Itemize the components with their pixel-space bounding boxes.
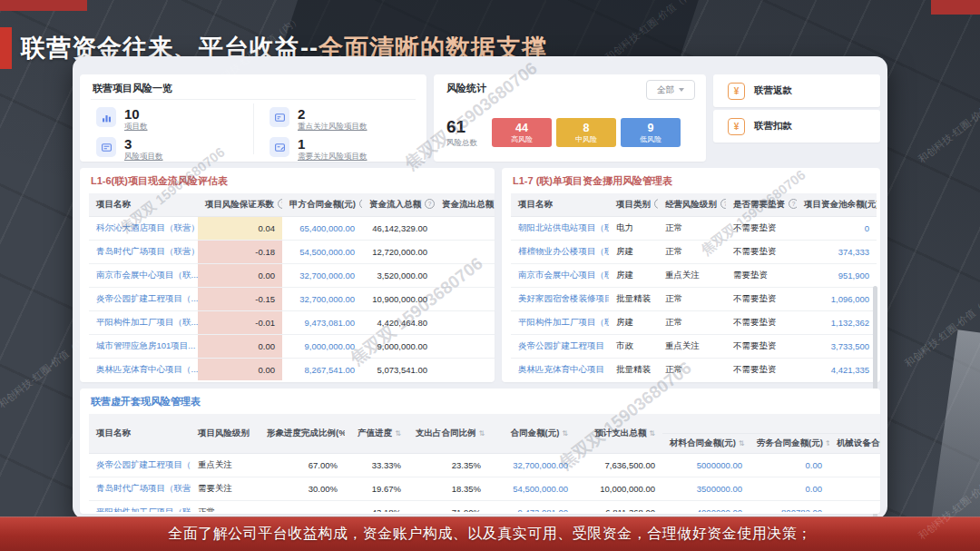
col-inflow-total[interactable]: 资金流入总额?⇅	[362, 193, 435, 217]
cell-name[interactable]: 城市管理应急房101项目...	[89, 335, 198, 359]
col-fund-pool-balance[interactable]: 项目资金池余额(元)(元)?	[797, 193, 877, 217]
cell-material[interactable]: 3500000.00	[662, 477, 750, 501]
cell-contract[interactable]: 9,000,000.00	[282, 335, 362, 359]
stat-label-link[interactable]: 需要关注风险项目数	[298, 153, 368, 162]
cell-contract[interactable]: 9,473,081.00	[282, 311, 362, 335]
cell-name[interactable]: 奥林匹克体育中心项目（...	[89, 359, 198, 381]
footer-bar: 全面了解公司平台收益构成，资金账户构成、以及真实可用、受限资金，合理做好资金使用…	[0, 517, 980, 551]
cell-material[interactable]: 5000000.00	[662, 454, 750, 477]
cell-expense_ratio: 71.90%	[408, 501, 488, 513]
cell-contract[interactable]: 32,700,000.00	[282, 264, 362, 288]
money-envelope-icon: ¥	[728, 83, 745, 100]
cell-balance[interactable]: 4,421,335	[797, 359, 877, 381]
divider	[91, 99, 416, 100]
table-row: 朝阳北站供电站项目（联...电力正常不需要垫资0	[511, 217, 877, 241]
help-icon[interactable]: ?	[278, 199, 282, 209]
bucket-label: 低风险	[640, 135, 662, 143]
cell-name[interactable]: 炎帝公园扩建工程项目（联...	[89, 454, 191, 477]
cell-material[interactable]: 4000000.00	[662, 501, 750, 513]
cell-risk_level: 正常	[658, 241, 726, 264]
cell-name[interactable]: 平阳构件加工厂项目（联...	[511, 311, 609, 335]
cell-category: 房建	[609, 311, 658, 335]
col-material-contract[interactable]: 材料合同金额(元)⇅	[662, 434, 750, 454]
stat-label-link[interactable]: 重点关注风险项目数	[298, 123, 368, 132]
cell-name[interactable]: 青岛时代广场项目（联营）	[89, 241, 198, 264]
cell-name[interactable]: 南京市会展中心项目（联...	[89, 264, 198, 288]
stat-value: 1	[298, 136, 368, 152]
col-contract-amount[interactable]: 甲方合同金额(元)?⇅	[282, 193, 362, 217]
risk-total: 61 风险总数	[446, 118, 477, 147]
risk-filter-dropdown[interactable]: 全部	[646, 80, 695, 100]
table-row: 南京市会展中心项目（联...0.0032,700,000.003,520,000…	[89, 264, 495, 288]
misuse-table-wrap: 项目名称 项目类别? 经营风险级别? 是否需要垫资? 项目资金池余额(元)(元)…	[511, 193, 880, 380]
col-project-risk-level: 项目风险级别	[191, 414, 260, 454]
cell-name[interactable]: 青岛时代广场项目（联营）	[89, 477, 191, 501]
help-icon[interactable]: ?	[359, 199, 362, 209]
col-output-progress[interactable]: 产值进度⇅	[345, 414, 408, 454]
bucket-value: 8	[583, 122, 590, 134]
cell-inflow: 9,000,000.00	[362, 335, 435, 359]
cell-contract[interactable]: 9,473,081.00	[488, 501, 575, 513]
cell-name[interactable]: 奥林匹克体育中心项目（...	[511, 359, 609, 381]
help-icon[interactable]: ?	[654, 199, 658, 209]
col-estimated-expense[interactable]: 预计支出总额⇅	[575, 414, 662, 454]
joint-refund-button[interactable]: ¥ 联营返款	[713, 74, 880, 107]
cell-machine[interactable]: 1,500,000	[829, 477, 880, 501]
stat-label-link[interactable]: 项目数	[124, 123, 148, 132]
col-image-progress: 形象进度完成比例(%)	[260, 414, 345, 454]
col-operation-risk-level[interactable]: 经营风险级别?	[658, 193, 726, 217]
stat-label-link[interactable]: 风险项目数	[124, 153, 163, 162]
cell-name[interactable]: 美好家园宿舍楼装修项目...	[511, 288, 609, 311]
cell-contract[interactable]: 54,500,000.00	[488, 477, 575, 501]
cell-name[interactable]: 南京市会展中心项目（联...	[511, 264, 609, 288]
low-risk-bucket[interactable]: 9 低风险	[621, 118, 681, 147]
cell-name[interactable]: 朝阳北站供电站项目（联...	[511, 217, 609, 241]
col-expense-ratio[interactable]: 支出占合同比例⇅	[408, 414, 488, 454]
sort-icon[interactable]: ⇅	[395, 429, 401, 438]
cell-labor[interactable]: 0.00	[750, 454, 829, 477]
cell-contract[interactable]: 8,267,541.00	[282, 359, 362, 381]
col-outflow-total[interactable]: 资金流出总额	[435, 193, 495, 217]
cell-labor[interactable]: 0.00	[750, 477, 829, 501]
cell-balance[interactable]: 0	[797, 217, 877, 241]
stat-risk-project-count: 3 风险项目数	[80, 132, 253, 162]
cell-labor[interactable]: 800782.00	[750, 501, 829, 513]
cell-balance[interactable]: 1,096,000	[797, 288, 877, 311]
col-labor-contract[interactable]: 劳务合同金额(元)⇅	[750, 434, 829, 454]
cell-contract[interactable]: 32,700,000.00	[488, 454, 575, 477]
col-advance-needed[interactable]: 是否需要垫资?	[726, 193, 797, 217]
misuse-table-caption: L1-7 (联)单项目资金挪用风险管理表	[513, 174, 672, 188]
cell-balance[interactable]: 951,900	[797, 264, 877, 288]
joint-deduction-button[interactable]: ¥ 联营扣款	[713, 110, 880, 143]
col-contract-amount[interactable]: 合同金额(元)⇅	[488, 414, 575, 454]
col-project-category[interactable]: 项目类别?	[609, 193, 658, 217]
cell-name[interactable]: 科尔沁大酒店项目（联营）	[89, 217, 198, 241]
sort-icon[interactable]: ⇅	[562, 429, 568, 438]
cell-name[interactable]: 平阳构件加工厂项目（联营）	[89, 501, 191, 513]
cell-contract[interactable]: 65,400,000.00	[282, 217, 362, 241]
col-risk-coeff[interactable]: 项目风险保证系数?⇅	[198, 193, 282, 217]
sort-icon[interactable]: ⇅	[739, 439, 745, 448]
cell-contract[interactable]: 32,700,000.00	[282, 288, 362, 311]
cell-category: 批量精装	[609, 359, 658, 381]
cell-machine[interactable]: 1,030,200	[829, 501, 880, 513]
help-icon[interactable]: ?	[789, 199, 797, 209]
sort-icon[interactable]: ⇅	[826, 439, 829, 448]
cell-name[interactable]: 槿檀物业办公楼项目（联...	[511, 241, 609, 264]
high-risk-bucket[interactable]: 44 高风险	[492, 118, 552, 147]
cell-name[interactable]: 平阳构件加工厂项目（联...	[89, 311, 198, 335]
cell-name[interactable]: 炎帝公园扩建工程项目（...	[89, 288, 198, 311]
sort-icon[interactable]: ⇅	[479, 429, 485, 438]
cell-machine[interactable]: 2,630,000	[829, 454, 880, 477]
cell-inflow: 5,073,541.00	[362, 359, 435, 381]
bucket-label: 高风险	[511, 135, 533, 143]
mid-risk-bucket[interactable]: 8 中风险	[556, 118, 616, 147]
cell-name[interactable]: 炎帝公园扩建工程项目（...	[511, 335, 609, 359]
help-icon[interactable]: ?	[425, 199, 435, 209]
help-icon[interactable]: ?	[720, 199, 726, 209]
cell-balance[interactable]: 1,132,362	[797, 311, 877, 335]
cell-contract[interactable]: 54,500,000.00	[282, 241, 362, 264]
cell-balance[interactable]: 3,733,500	[797, 335, 877, 359]
sort-icon[interactable]: ⇅	[649, 429, 655, 438]
cell-balance[interactable]: 374,333	[797, 241, 877, 264]
